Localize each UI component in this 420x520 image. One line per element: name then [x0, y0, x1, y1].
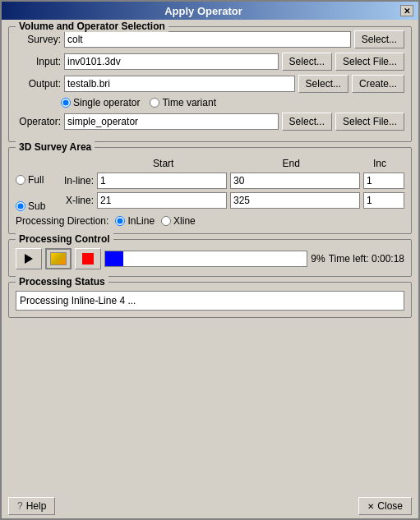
input-select-button[interactable]: Select... [282, 53, 332, 71]
full-radio[interactable] [16, 175, 25, 185]
time-variant-label[interactable]: Time variant [150, 97, 216, 108]
end-header: End [228, 158, 356, 169]
volume-operator-section: Volume and Operator Selection Survey: Se… [8, 26, 412, 142]
full-radio-label[interactable]: Full [16, 174, 48, 186]
processing-status-section: Processing Status [8, 282, 412, 318]
processing-direction-label: Processing Direction: [16, 215, 108, 227]
xline-start-input[interactable] [97, 192, 227, 209]
full-label: Full [28, 174, 44, 186]
sub-radio-label[interactable]: Sub [16, 200, 48, 212]
xline-label: X-line: [53, 195, 94, 206]
single-operator-label[interactable]: Single operator [61, 97, 140, 108]
animate-button[interactable] [45, 248, 72, 269]
inline-dir-radio[interactable] [115, 216, 125, 226]
play-icon [25, 254, 33, 264]
progress-bar-fill [105, 251, 123, 266]
single-operator-text: Single operator [73, 97, 140, 108]
xline-end-input[interactable] [230, 192, 360, 209]
output-select-button[interactable]: Select... [298, 75, 348, 93]
progress-percent: 9% [311, 253, 325, 265]
processing-control-content: 9% Time left: 0:00:18 [16, 243, 404, 269]
time-left: Time left: 0:00:18 [329, 253, 404, 265]
close-label: Close [377, 500, 403, 512]
output-row: Output: Select... Create... [16, 75, 404, 93]
input-input[interactable] [64, 53, 279, 70]
input-row: Input: Select... Select File... [16, 53, 404, 71]
survey-input[interactable] [64, 31, 351, 48]
window-close-button[interactable]: ✕ [400, 5, 413, 16]
operator-row: Operator: Select... Select File... [16, 113, 404, 131]
output-label: Output: [16, 78, 61, 90]
output-create-button[interactable]: Create... [352, 75, 404, 93]
time-variant-radio[interactable] [150, 98, 159, 108]
window-title: Apply Operator [7, 5, 400, 17]
input-label: Input: [16, 56, 61, 67]
survey-area-section: 3D Survey Area Start End Inc [8, 147, 412, 234]
animate-icon [50, 252, 67, 265]
survey-select-button[interactable]: Select... [354, 30, 404, 48]
stop-icon [82, 253, 94, 265]
xline-dir-label[interactable]: Xline [161, 215, 196, 227]
time-variant-text: Time variant [162, 97, 216, 108]
inline-inc-input[interactable] [363, 173, 404, 189]
apply-operator-window: Apply Operator ✕ Volume and Operator Sel… [0, 0, 420, 520]
survey-area-title: 3D Survey Area [16, 141, 95, 153]
xline-dir-text: Xline [173, 215, 196, 227]
inline-end-input[interactable] [230, 173, 360, 189]
processing-direction-row: Processing Direction: InLine Xline [16, 215, 404, 227]
window-body: Volume and Operator Selection Survey: Se… [2, 20, 418, 494]
survey-row: Survey: Select... [16, 30, 404, 48]
processing-control-title: Processing Control [16, 233, 113, 245]
title-bar: Apply Operator ✕ [2, 2, 418, 20]
input-select-file-button[interactable]: Select File... [335, 53, 404, 71]
xline-dir-radio[interactable] [161, 216, 171, 226]
operator-select-file-button[interactable]: Select File... [335, 113, 404, 131]
footer: ? Help ✕ Close [2, 494, 418, 518]
sub-label: Sub [28, 200, 45, 212]
volume-section-title: Volume and Operator Selection [16, 21, 168, 32]
time-left-label: Time left: [329, 253, 369, 265]
start-header: Start [99, 158, 228, 169]
inc-header: Inc [355, 158, 404, 169]
operator-label: Operator: [16, 116, 61, 127]
close-icon: ✕ [367, 502, 374, 511]
inline-label: In-line: [53, 175, 94, 186]
processing-control-section: Processing Control 9% [8, 239, 412, 277]
inline-dir-text: InLine [127, 215, 155, 227]
time-left-value: 0:00:18 [372, 253, 404, 265]
operator-input[interactable] [64, 113, 279, 130]
xline-inc-input[interactable] [363, 192, 404, 209]
output-input[interactable] [64, 76, 295, 92]
inline-dir-label[interactable]: InLine [115, 215, 155, 227]
help-button[interactable]: ? Help [8, 497, 55, 515]
sub-radio[interactable] [16, 201, 25, 211]
processing-status-content [16, 286, 404, 311]
survey-label: Survey: [16, 34, 61, 45]
help-label: Help [26, 500, 47, 512]
close-button[interactable]: ✕ Close [358, 497, 412, 515]
status-input [16, 291, 404, 311]
help-icon: ? [17, 500, 23, 512]
inline-start-input[interactable] [97, 173, 227, 189]
progress-bar [104, 251, 307, 267]
processing-status-title: Processing Status [16, 276, 108, 288]
single-operator-radio[interactable] [61, 98, 71, 108]
operator-select-button[interactable]: Select... [282, 113, 332, 131]
operator-type-row: Single operator Time variant [16, 97, 404, 108]
play-button[interactable] [16, 248, 42, 269]
stop-button[interactable] [75, 248, 101, 269]
